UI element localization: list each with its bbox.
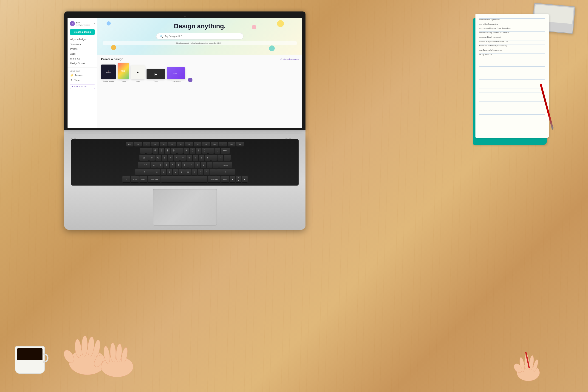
key-f3[interactable]: F3 <box>151 142 159 146</box>
key-5[interactable]: %5 <box>171 148 177 154</box>
key-space[interactable] <box>161 176 207 182</box>
covid-banner[interactable]: Stop the spread: Help share information … <box>103 41 297 45</box>
key-1[interactable]: !1 <box>146 148 152 154</box>
key-command-right[interactable]: command <box>208 176 220 182</box>
key-rshift[interactable]: ⇧ <box>216 169 235 175</box>
key-capslock[interactable]: caps lock <box>138 162 150 168</box>
key-p[interactable]: P <box>205 155 210 161</box>
key-6[interactable]: ^6 <box>177 148 183 154</box>
key-i[interactable]: I <box>193 155 198 161</box>
create-design-button[interactable]: Create a design <box>70 30 95 35</box>
sidebar-item-design-school[interactable]: Design School <box>68 61 97 66</box>
user-profile[interactable]: S SPA Add your mission ▾ <box>68 20 97 28</box>
key-f10[interactable]: F10 <box>210 142 218 146</box>
sidebar-item-all-designs[interactable]: All your designs <box>68 37 97 42</box>
key-j[interactable]: J <box>188 162 194 168</box>
key-d[interactable]: D <box>164 162 169 168</box>
key-arrow-right[interactable]: ▶ <box>242 176 248 182</box>
key-0[interactable]: )0 <box>202 148 208 154</box>
key-f9[interactable]: F9 <box>202 142 210 146</box>
key-f[interactable]: F <box>170 162 175 168</box>
key-rbracket[interactable]: }] <box>218 155 223 161</box>
key-equals[interactable]: += <box>214 148 220 154</box>
key-s[interactable]: S <box>157 162 163 168</box>
key-f12[interactable]: F12 <box>228 142 236 146</box>
key-4[interactable]: $4 <box>165 148 170 154</box>
key-alt-left[interactable]: option <box>140 176 147 182</box>
key-command-left[interactable]: command <box>148 176 160 182</box>
key-semicolon[interactable]: :; <box>207 162 212 168</box>
key-w[interactable]: W <box>156 155 161 161</box>
sidebar-item-brand-kit[interactable]: Brand Kit <box>68 56 97 61</box>
key-minus[interactable]: _- <box>208 148 214 154</box>
more-templates-arrow[interactable]: › <box>187 78 194 82</box>
key-fn[interactable]: fn <box>122 176 130 182</box>
key-backslash[interactable]: |\ <box>224 155 230 161</box>
key-o[interactable]: O <box>199 155 204 161</box>
key-slash[interactable]: ?/ <box>210 169 216 175</box>
key-l[interactable]: L <box>201 162 206 168</box>
key-9[interactable]: (9 <box>196 148 202 154</box>
search-input[interactable] <box>165 35 240 38</box>
key-f11[interactable]: F11 <box>219 142 227 146</box>
key-ctrl[interactable]: control <box>131 176 139 182</box>
key-m[interactable]: M <box>192 169 197 175</box>
key-tab[interactable]: tab <box>140 155 148 161</box>
try-pro-button[interactable]: ✦ Try Canva Pro <box>70 84 95 89</box>
key-2[interactable]: @2 <box>152 148 158 154</box>
key-f7[interactable]: F7 <box>185 142 193 146</box>
key-u[interactable]: U <box>186 155 192 161</box>
key-lshift[interactable]: ⇧ <box>135 169 154 175</box>
key-8[interactable]: *8 <box>190 148 195 154</box>
key-x[interactable]: X <box>160 169 166 175</box>
template-logo[interactable]: ✦ Logo <box>131 66 145 82</box>
template-social-media[interactable]: 📱Social Social Media <box>101 64 116 82</box>
key-period[interactable]: >. <box>204 169 210 175</box>
sidebar-item-trash[interactable]: 🗑 Trash <box>68 78 97 82</box>
key-arrow-left[interactable]: ◀ <box>230 176 235 182</box>
key-z[interactable]: Z <box>154 169 160 175</box>
template-poster[interactable]: BOLDTEXT Poster <box>118 63 129 82</box>
template-video[interactable]: ▶ Video <box>146 69 165 82</box>
key-return[interactable]: return <box>219 162 232 168</box>
key-c[interactable]: C <box>167 169 172 175</box>
key-a[interactable]: A <box>151 162 157 168</box>
template-presentation[interactable]: Pres… Presentation <box>167 67 185 82</box>
sidebar-item-templates[interactable]: Templates <box>68 42 97 46</box>
key-f6[interactable]: F6 <box>177 142 184 146</box>
custom-dimensions-link[interactable]: Custom dimensions <box>280 58 298 60</box>
key-t[interactable]: T <box>174 155 180 161</box>
key-k[interactable]: K <box>194 162 200 168</box>
key-lbracket[interactable]: {[ <box>211 155 217 161</box>
key-power[interactable]: ⏻ <box>236 142 244 146</box>
key-esc[interactable]: esc <box>126 142 134 146</box>
trackpad[interactable] <box>153 189 217 226</box>
key-quote[interactable]: "' <box>213 162 219 168</box>
key-comma[interactable]: <, <box>198 169 203 175</box>
key-backtick[interactable]: ~` <box>140 148 146 154</box>
key-y[interactable]: Y <box>180 155 186 161</box>
key-e[interactable]: E <box>162 155 167 161</box>
key-v[interactable]: V <box>173 169 178 175</box>
key-3[interactable]: #3 <box>159 148 164 154</box>
sidebar-item-apps[interactable]: Apps <box>68 52 97 56</box>
key-arrow-up[interactable]: ▲ <box>238 176 239 179</box>
key-f8[interactable]: F8 <box>194 142 202 146</box>
key-n[interactable]: N <box>185 169 191 175</box>
key-f2[interactable]: F2 <box>143 142 150 146</box>
key-arrow-down[interactable]: ▼ <box>238 179 239 182</box>
sidebar-item-photos[interactable]: Photos <box>68 46 97 52</box>
key-h[interactable]: H <box>182 162 188 168</box>
key-f1[interactable]: F1 <box>134 142 142 146</box>
key-g[interactable]: G <box>176 162 182 168</box>
sidebar-item-folders[interactable]: 📁 Folders <box>68 73 97 78</box>
key-7[interactable]: &7 <box>184 148 189 154</box>
key-r[interactable]: R <box>168 155 174 161</box>
key-f5[interactable]: F5 <box>168 142 176 146</box>
key-b[interactable]: B <box>179 169 185 175</box>
key-q[interactable]: Q <box>149 155 155 161</box>
search-bar[interactable]: 🔍 <box>156 33 244 40</box>
key-f4[interactable]: F4 <box>160 142 168 146</box>
key-delete[interactable]: delete <box>221 148 230 154</box>
key-alt-right[interactable]: option <box>221 176 229 182</box>
